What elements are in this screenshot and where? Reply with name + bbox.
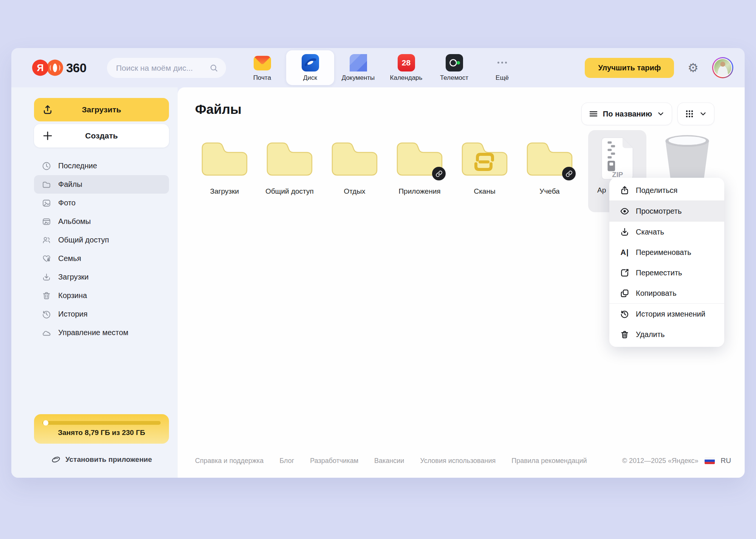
sidebar-item-label: История (58, 310, 88, 318)
top-bar: Я 360 Поиск на моём дис... Почта (11, 48, 745, 87)
folder-otdykh[interactable]: Отдых (322, 138, 387, 196)
yandex-logo-icon: Я (32, 60, 48, 76)
install-app-icon (51, 455, 61, 464)
settings-gear-icon[interactable]: ⚙ (688, 62, 699, 74)
shared-link-badge (432, 167, 446, 180)
avatar-photo (713, 58, 732, 77)
sidebar-item-recent[interactable]: Последние (34, 157, 169, 175)
folder-prilozheniya[interactable]: Приложения (387, 138, 452, 196)
app-calendar[interactable]: 28 Календарь (382, 50, 430, 85)
shared-link-badge (562, 167, 576, 180)
app-label: Почта (253, 74, 271, 82)
language-label[interactable]: RU (721, 457, 731, 465)
logo-360-text: 360 (66, 61, 87, 75)
sidebar-item-label: Последние (58, 162, 97, 170)
sidebar-item-history[interactable]: История (34, 305, 169, 323)
sidebar-item-albums[interactable]: Альбомы (34, 212, 169, 231)
photo-icon (42, 198, 51, 208)
sidebar-item-trash[interactable]: Корзина (34, 286, 169, 305)
sidebar-item-shared-access[interactable]: Общий доступ (34, 231, 169, 249)
menu-item-history[interactable]: История изменений (609, 304, 724, 324)
install-app-label: Установить приложение (65, 455, 152, 464)
menu-item-rename[interactable]: A| Переименовать (609, 242, 724, 263)
sidebar-item-label: Загрузки (58, 273, 89, 281)
sidebar-item-label: Фото (58, 199, 76, 207)
app-label: Телемост (440, 74, 468, 82)
storage-widget[interactable]: Занято 8,79 ГБ из 230 ГБ (34, 414, 169, 444)
search-input[interactable]: Поиск на моём дис... (107, 58, 226, 78)
file-grid: Загрузки Общий доступ Отдых (192, 138, 582, 196)
menu-item-delete[interactable]: Удалить (609, 324, 724, 345)
sidebar-item-downloads[interactable]: Загрузки (34, 268, 169, 286)
zip-file-label: Ар (597, 186, 606, 194)
family-icon (42, 254, 51, 264)
albums-icon (42, 217, 51, 227)
yandex-360-logo[interactable]: Я 360 (32, 60, 87, 76)
app-mail[interactable]: Почта (238, 50, 286, 85)
360-orb-icon (47, 60, 63, 76)
menu-item-share[interactable]: Поделиться (609, 180, 724, 200)
storage-progress-knob (43, 420, 48, 426)
more-icon (494, 54, 511, 71)
rename-icon: A| (620, 248, 629, 257)
app-documents[interactable]: Документы (334, 50, 382, 85)
footer-link-recommendations[interactable]: Правила рекомендаций (511, 457, 587, 465)
folder-icon (42, 180, 51, 190)
app-disk[interactable]: Диск (286, 50, 334, 85)
disk-icon (302, 54, 319, 71)
view-mode-dropdown[interactable] (677, 103, 714, 125)
app-telemost[interactable]: Телемост (430, 50, 478, 85)
upload-button[interactable]: Загрузить (34, 98, 169, 121)
menu-item-download[interactable]: Скачать (609, 222, 724, 242)
user-avatar[interactable] (712, 57, 733, 78)
copy-icon (620, 289, 629, 298)
chevron-down-icon (699, 110, 707, 118)
sidebar-item-photos[interactable]: Фото (34, 194, 169, 212)
folder-scan-icon (460, 138, 509, 177)
footer: Справка и поддержка Блог Разработчикам В… (195, 457, 731, 465)
app-label: Календарь (390, 74, 423, 82)
view-controls: По названию (581, 103, 714, 125)
sidebar-item-label: Общий доступ (58, 236, 109, 244)
sort-dropdown[interactable]: По названию (581, 103, 672, 125)
footer-link-terms[interactable]: Условия использования (420, 457, 496, 465)
clock-icon (42, 161, 51, 171)
app-more[interactable]: Ещё (478, 50, 526, 85)
create-button[interactable]: Создать (34, 124, 169, 148)
folder-label: Сканы (474, 187, 495, 196)
sidebar-item-label: Альбомы (58, 217, 91, 226)
delete-icon (620, 330, 629, 339)
trash-icon (42, 291, 51, 301)
footer-link-developers[interactable]: Разработчикам (310, 457, 358, 465)
folder-skany[interactable]: Сканы (452, 138, 517, 196)
menu-item-label: Переименовать (636, 248, 691, 257)
folder-zagruzki[interactable]: Загрузки (192, 138, 257, 196)
download-icon (620, 227, 629, 237)
plus-icon (42, 130, 53, 141)
upgrade-plan-button[interactable]: Улучшить тариф (585, 58, 674, 78)
footer-link-jobs[interactable]: Вакансии (374, 457, 404, 465)
search-placeholder: Поиск на моём дис... (116, 64, 209, 73)
copyright-text: © 2012—2025 «Яндекс» (622, 457, 699, 465)
folder-ucheba[interactable]: Учеба (517, 138, 582, 196)
menu-item-move[interactable]: Переместить (609, 263, 724, 283)
sidebar-item-label: Корзина (58, 291, 87, 300)
install-app-link[interactable]: Установить приложение (34, 451, 169, 468)
sidebar-item-storage-management[interactable]: Управление местом (34, 323, 169, 342)
page-title: Файлы (195, 102, 242, 117)
folder-obshchiy-dostup[interactable]: Общий доступ (257, 138, 322, 196)
sidebar-item-family[interactable]: Семья (34, 249, 169, 268)
context-menu: Поделиться Просмотреть Скачать A| Переим… (609, 178, 724, 347)
menu-item-copy[interactable]: Копировать (609, 283, 724, 303)
russia-flag-icon[interactable] (705, 457, 715, 464)
share-icon (620, 186, 629, 195)
storage-label: Занято 8,79 ГБ из 230 ГБ (42, 429, 161, 437)
grid-view-icon (685, 109, 694, 119)
mail-icon (254, 54, 271, 71)
footer-link-blog[interactable]: Блог (279, 457, 294, 465)
app-label: Документы (342, 74, 375, 82)
footer-link-support[interactable]: Справка и поддержка (195, 457, 263, 465)
menu-item-view[interactable]: Просмотреть (609, 201, 724, 221)
sidebar-nav: Последние Файлы Фото Альбомы Общий досту… (34, 157, 169, 342)
sidebar-item-files[interactable]: Файлы (34, 175, 169, 194)
